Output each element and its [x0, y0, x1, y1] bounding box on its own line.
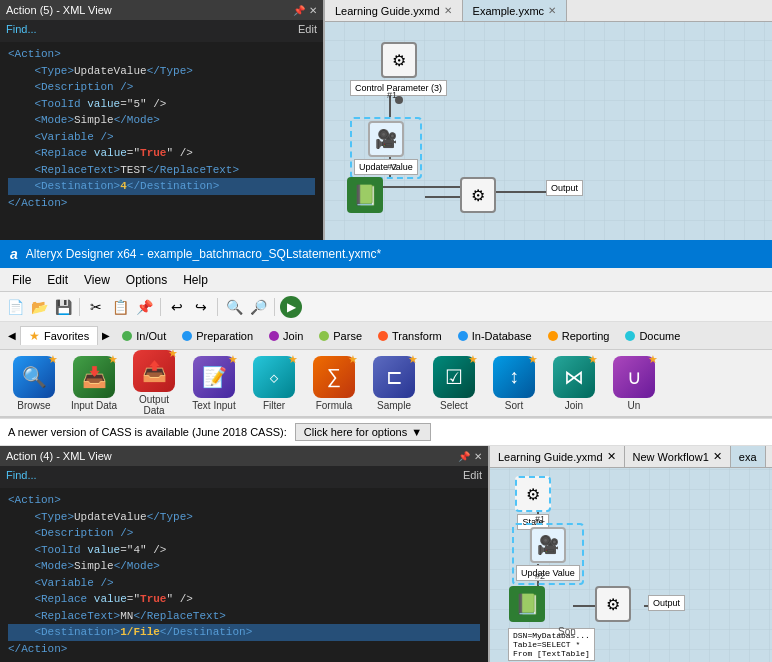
notif-dropdown-icon: ▼	[411, 426, 422, 438]
pin-icon-bottom[interactable]: 📌	[458, 451, 470, 462]
tab-label-learning-bottom: Learning Guide.yxmd	[498, 451, 603, 463]
connector-label-1-top: #1	[387, 90, 397, 100]
dot-docume	[625, 331, 635, 341]
tb-open[interactable]: 📂	[28, 296, 50, 318]
tb-redo[interactable]: ↪	[190, 296, 212, 318]
tool-formula[interactable]: ∑ ★ Formula	[308, 356, 360, 411]
sample-star: ★	[408, 353, 418, 366]
top-panel: Action (5) - XML View 📌 ✕ Find... Edit <…	[0, 0, 772, 240]
close-icon-top[interactable]: ✕	[309, 5, 317, 16]
tool-output-data[interactable]: 📤 ★ Output Data	[128, 350, 180, 416]
browse-icon: 🔍 ★	[13, 356, 55, 398]
xml-line-6: <Variable />	[8, 129, 315, 146]
tb-zoom-in[interactable]: 🔍	[223, 296, 245, 318]
formula-star: ★	[348, 353, 358, 366]
tb-copy[interactable]: 📋	[109, 296, 131, 318]
gear-node-bottom: ⚙	[595, 586, 631, 622]
xml-b-line-10: </Action>	[8, 641, 480, 658]
xml-line-5: <Mode>Simple</Mode>	[8, 112, 315, 129]
close-icon-bottom[interactable]: ✕	[474, 451, 482, 462]
tool-text-input[interactable]: 📝 ★ Text Input	[188, 356, 240, 411]
tab-example-top[interactable]: Example.yxmc ✕	[463, 0, 568, 21]
tb-zoom-out[interactable]: 🔎	[247, 296, 269, 318]
tb-sep-1	[79, 298, 80, 316]
menu-view[interactable]: View	[76, 271, 118, 289]
tool-select[interactable]: ☑ ★ Select	[428, 356, 480, 411]
palette-tab-transform[interactable]: Transform	[370, 328, 450, 344]
close-tab-learning-top[interactable]: ✕	[444, 5, 452, 16]
palette-tab-indatabase[interactable]: In-Database	[450, 328, 540, 344]
palette-tab-reporting[interactable]: Reporting	[540, 328, 618, 344]
xml-title-bar-top: Action (5) - XML View 📌 ✕	[0, 0, 323, 20]
canvas-top: Learning Guide.yxmd ✕ Example.yxmc ✕ ⚙ C…	[325, 0, 772, 240]
palette-tab-docume-label: Docume	[639, 330, 680, 342]
tool-un[interactable]: ∪ ★ Un	[608, 356, 660, 411]
palette-tab-docume[interactable]: Docume	[617, 328, 688, 344]
menu-bar: File Edit View Options Help	[0, 268, 772, 292]
browse-label: Browse	[17, 400, 50, 411]
tools-row: 🔍 ★ Browse 📥 ★ Input Data 📤 ★ Output Dat…	[0, 350, 772, 418]
xml-b-line-9: <Destination>1/File</Destination>	[8, 624, 480, 641]
palette-tab-preparation[interactable]: Preparation	[174, 328, 261, 344]
close-tab-learning-bottom[interactable]: ✕	[607, 450, 616, 463]
input-data-label: Input Data	[71, 400, 117, 411]
tool-browse[interactable]: 🔍 ★ Browse	[8, 356, 60, 411]
palette-tab-join[interactable]: Join	[261, 328, 311, 344]
dot-inout	[122, 331, 132, 341]
update-value-node-top: 🎥 Update Value	[350, 117, 422, 179]
formula-label: Formula	[316, 400, 353, 411]
menu-help[interactable]: Help	[175, 271, 216, 289]
tab-learning-guide-bottom[interactable]: Learning Guide.yxmd ✕	[490, 446, 625, 467]
tab-label-example-top: Example.yxmc	[473, 5, 545, 17]
tb-new[interactable]: 📄	[4, 296, 26, 318]
toolbar: 📄 📂 💾 ✂ 📋 📌 ↩ ↪ 🔍 🔎 ▶	[0, 292, 772, 322]
tool-sample[interactable]: ⊏ ★ Sample	[368, 356, 420, 411]
tab-exa-bottom[interactable]: exa	[731, 446, 766, 467]
tb-undo[interactable]: ↩	[166, 296, 188, 318]
from-line: From [TextTable]	[513, 649, 590, 658]
edit-label-bottom: Edit	[463, 469, 482, 485]
palette-tab-favorites-label: Favorites	[44, 330, 89, 342]
tab-new-workflow-bottom[interactable]: New Workflow1 ✕	[625, 446, 731, 467]
xml-b-line-4: <ToolId value="4" />	[8, 542, 480, 559]
output-data-label: Output Data	[128, 394, 180, 416]
palette-tab-join-label: Join	[283, 330, 303, 342]
pin-icon[interactable]: 📌	[293, 5, 305, 16]
close-tab-new-workflow[interactable]: ✕	[713, 450, 722, 463]
tool-sort[interactable]: ↕ ★ Sort	[488, 356, 540, 411]
palette-arrow-left[interactable]: ◀	[4, 328, 20, 343]
xml-b-line-3: <Description />	[8, 525, 480, 542]
output-label-bottom: Output	[648, 595, 685, 611]
menu-file[interactable]: File	[4, 271, 39, 289]
tb-paste[interactable]: 📌	[133, 296, 155, 318]
dot-transform	[378, 331, 388, 341]
notif-options-btn[interactable]: Click here for options ▼	[295, 423, 431, 441]
tb-save[interactable]: 💾	[52, 296, 74, 318]
tool-input-data[interactable]: 📥 ★ Input Data	[68, 356, 120, 411]
sample-icon: ⊏ ★	[373, 356, 415, 398]
menu-options[interactable]: Options	[118, 271, 175, 289]
un-star: ★	[648, 353, 658, 366]
tool-filter[interactable]: ⬦ ★ Filter	[248, 356, 300, 411]
xml-title-top-label: Action (5) - XML View	[6, 4, 112, 16]
notification-text: A newer version of CASS is available (Ju…	[8, 426, 287, 438]
join-icon: ⋈ ★	[553, 356, 595, 398]
palette-tab-favorites[interactable]: ★ Favorites	[20, 326, 98, 345]
tb-run[interactable]: ▶	[280, 296, 302, 318]
dot-indatabase	[458, 331, 468, 341]
tb-cut[interactable]: ✂	[85, 296, 107, 318]
close-tab-example-top[interactable]: ✕	[548, 5, 556, 16]
state-icon: ⚙	[515, 476, 551, 512]
table-line: Table=SELECT *	[513, 640, 590, 649]
tab-learning-guide-top[interactable]: Learning Guide.yxmd ✕	[325, 0, 463, 21]
connector-label-2-top: #2	[387, 162, 397, 172]
palette-tab-parse[interactable]: Parse	[311, 328, 370, 344]
tool-join[interactable]: ⋈ ★ Join	[548, 356, 600, 411]
update-value-node-bottom: 🎥 Update Value	[512, 523, 584, 585]
palette-tab-inout[interactable]: In/Out	[114, 328, 174, 344]
find-link-top[interactable]: Find...	[6, 23, 37, 39]
find-link-bottom[interactable]: Find...	[6, 469, 37, 485]
menu-edit[interactable]: Edit	[39, 271, 76, 289]
sample-label: Sample	[377, 400, 411, 411]
palette-arrow-right-favorites[interactable]: ▶	[98, 328, 114, 343]
